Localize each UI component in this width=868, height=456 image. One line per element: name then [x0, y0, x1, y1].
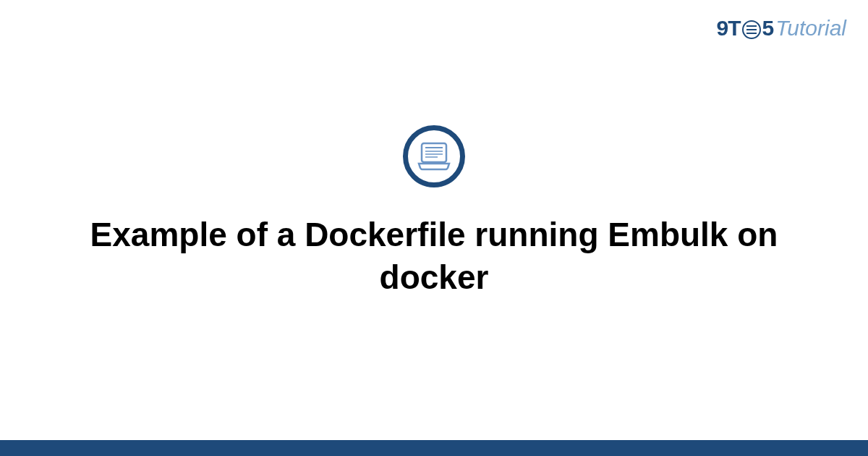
svg-rect-0 [422, 143, 446, 162]
main-content: Example of a Dockerfile running Embulk o… [0, 0, 868, 456]
footer-accent-bar [0, 440, 868, 456]
laptop-icon [403, 125, 465, 187]
page-title: Example of a Dockerfile running Embulk o… [87, 214, 781, 299]
